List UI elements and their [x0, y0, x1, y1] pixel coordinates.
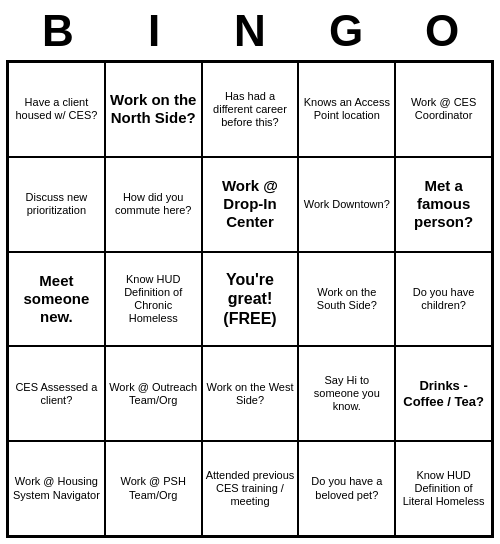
bingo-cell-12[interactable]: You're great! (FREE)	[202, 252, 299, 347]
bingo-cell-0[interactable]: Have a client housed w/ CES?	[8, 62, 105, 157]
bingo-cell-22[interactable]: Attended previous CES training / meeting	[202, 441, 299, 536]
bingo-cell-10[interactable]: Meet someone new.	[8, 252, 105, 347]
bingo-cell-13[interactable]: Work on the South Side?	[298, 252, 395, 347]
bingo-cell-21[interactable]: Work @ PSH Team/Org	[105, 441, 202, 536]
bingo-cell-18[interactable]: Say Hi to someone you know.	[298, 346, 395, 441]
bingo-cell-23[interactable]: Do you have a beloved pet?	[298, 441, 395, 536]
bingo-cell-4[interactable]: Work @ CES Coordinator	[395, 62, 492, 157]
bingo-cell-9[interactable]: Met a famous person?	[395, 157, 492, 252]
bingo-cell-14[interactable]: Do you have children?	[395, 252, 492, 347]
bingo-cell-16[interactable]: Work @ Outreach Team/Org	[105, 346, 202, 441]
bingo-cell-19[interactable]: Drinks - Coffee / Tea?	[395, 346, 492, 441]
bingo-letter: B	[14, 6, 102, 56]
bingo-header: BINGO	[10, 0, 490, 60]
bingo-cell-5[interactable]: Discuss new prioritization	[8, 157, 105, 252]
bingo-cell-8[interactable]: Work Downtown?	[298, 157, 395, 252]
bingo-cell-6[interactable]: How did you commute here?	[105, 157, 202, 252]
bingo-cell-11[interactable]: Know HUD Definition of Chronic Homeless	[105, 252, 202, 347]
bingo-cell-17[interactable]: Work on the West Side?	[202, 346, 299, 441]
bingo-cell-2[interactable]: Has had a different career before this?	[202, 62, 299, 157]
bingo-cell-3[interactable]: Knows an Access Point location	[298, 62, 395, 157]
bingo-cell-7[interactable]: Work @ Drop-In Center	[202, 157, 299, 252]
bingo-cell-15[interactable]: CES Assessed a client?	[8, 346, 105, 441]
bingo-letter: N	[206, 6, 294, 56]
bingo-letter: I	[110, 6, 198, 56]
bingo-cell-24[interactable]: Know HUD Definition of Literal Homeless	[395, 441, 492, 536]
bingo-letter: O	[398, 6, 486, 56]
bingo-cell-1[interactable]: Work on the North Side?	[105, 62, 202, 157]
bingo-letter: G	[302, 6, 390, 56]
bingo-grid: Have a client housed w/ CES?Work on the …	[6, 60, 494, 538]
bingo-cell-20[interactable]: Work @ Housing System Navigator	[8, 441, 105, 536]
